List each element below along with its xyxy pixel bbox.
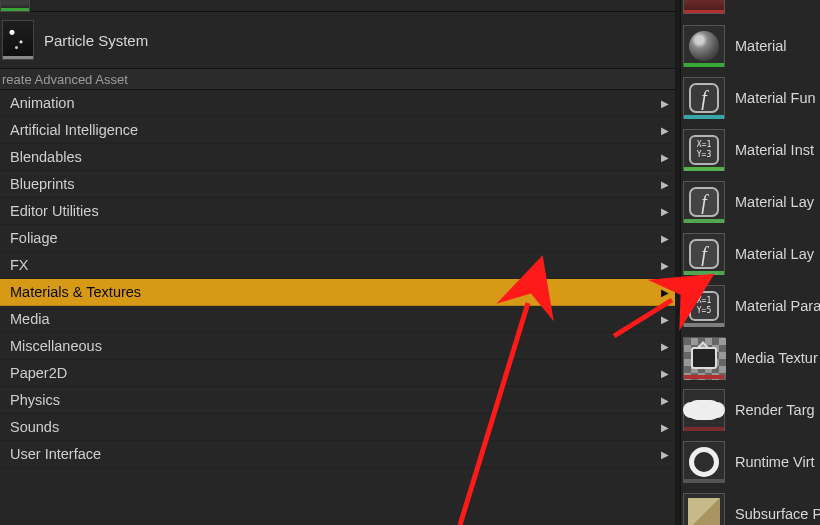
category-foliage[interactable]: Foliage▶: [0, 225, 675, 252]
basic-asset-label: Particle System: [44, 32, 148, 49]
chevron-right-icon: ▶: [661, 422, 669, 433]
chevron-right-icon: ▶: [661, 233, 669, 244]
submenu-label: Subsurface P: [735, 506, 820, 522]
particles-icon: [2, 20, 34, 60]
category-physics[interactable]: Physics▶: [0, 387, 675, 414]
category-label: Media: [10, 311, 50, 327]
submenu-item-material-inst-2[interactable]: X=1Y=3Material Inst: [681, 124, 820, 176]
category-materials-textures[interactable]: Materials & Textures▶: [0, 279, 675, 306]
submenu-label: Material Inst: [735, 142, 814, 158]
cloud-icon: [683, 389, 725, 431]
fn-icon: f: [683, 77, 725, 119]
chevron-right-icon: ▶: [661, 179, 669, 190]
chevron-right-icon: ▶: [661, 206, 669, 217]
category-label: Physics: [10, 392, 60, 408]
chevron-right-icon: ▶: [661, 260, 669, 271]
category-label: Blendables: [10, 149, 82, 165]
category-label: Miscellaneous: [10, 338, 102, 354]
create-asset-menu: Particle System reate Advanced Asset Ani…: [0, 0, 675, 525]
category-label: Animation: [10, 95, 74, 111]
category-label: FX: [10, 257, 29, 273]
submenu-label: Material Lay: [735, 246, 814, 262]
submenu-item-material-0[interactable]: Material: [681, 20, 820, 72]
submenu-label: Material Para: [735, 298, 820, 314]
category-media[interactable]: Media▶: [0, 306, 675, 333]
submenu-label: Material: [735, 38, 787, 54]
category-label: Foliage: [10, 230, 58, 246]
submenu-item-material-fun-1[interactable]: fMaterial Fun: [681, 72, 820, 124]
submenu-label: Media Textur: [735, 350, 818, 366]
tv-icon: [683, 337, 725, 379]
category-artificial-intelligence[interactable]: Artificial Intelligence▶: [0, 117, 675, 144]
category-fx[interactable]: FX▶: [0, 252, 675, 279]
chevron-right-icon: ▶: [661, 395, 669, 406]
xy13-icon: X=1Y=3: [683, 129, 725, 171]
category-paper2d[interactable]: Paper2D▶: [0, 360, 675, 387]
category-animation[interactable]: Animation▶: [0, 90, 675, 117]
chevron-right-icon: ▶: [661, 368, 669, 379]
submenu-item-material-lay-3[interactable]: fMaterial Lay: [681, 176, 820, 228]
submenu-item-material-lay-4[interactable]: fMaterial Lay: [681, 228, 820, 280]
category-sounds[interactable]: Sounds▶: [0, 414, 675, 441]
category-label: Blueprints: [10, 176, 74, 192]
category-label: Paper2D: [10, 365, 67, 381]
chevron-right-icon: ▶: [661, 287, 669, 298]
submenu-label: Material Lay: [735, 194, 814, 210]
chevron-right-icon: ▶: [661, 152, 669, 163]
ring-icon: [683, 441, 725, 483]
materials-submenu: MaterialfMaterial FunX=1Y=3Material Inst…: [680, 0, 820, 525]
submenu-label: Material Fun: [735, 90, 816, 106]
category-label: Artificial Intelligence: [10, 122, 138, 138]
category-label: Editor Utilities: [10, 203, 99, 219]
category-user-interface[interactable]: User Interface▶: [0, 441, 675, 468]
fnvar-icon: f: [683, 181, 725, 223]
category-editor-utilities[interactable]: Editor Utilities▶: [0, 198, 675, 225]
chevron-right-icon: ▶: [661, 125, 669, 136]
submenu-item-render-targ-7[interactable]: Render Targ: [681, 384, 820, 436]
fnvar-icon: f: [683, 233, 725, 275]
basic-asset-particle-system[interactable]: Particle System: [0, 12, 675, 68]
chevron-right-icon: ▶: [661, 98, 669, 109]
submenu-item-runtime-virt-8[interactable]: Runtime Virt: [681, 436, 820, 488]
submenu-item-media-textur-6[interactable]: Media Textur: [681, 332, 820, 384]
category-label: Materials & Textures: [10, 284, 141, 300]
submenu-item-subsurface-p-9[interactable]: Subsurface P: [681, 488, 820, 525]
advanced-category-list: Animation▶Artificial Intelligence▶Blenda…: [0, 90, 675, 468]
submenu-item-material-para-5[interactable]: X=1Y=5Material Para: [681, 280, 820, 332]
prev-item-stub: [0, 0, 675, 12]
section-header-advanced: reate Advanced Asset: [0, 68, 675, 90]
sphere-icon: [683, 25, 725, 67]
submenu-label: Render Targ: [735, 402, 815, 418]
chevron-right-icon: ▶: [661, 449, 669, 460]
category-label: Sounds: [10, 419, 59, 435]
prev-subitem-stub: [681, 0, 820, 14]
chevron-right-icon: ▶: [661, 314, 669, 325]
category-blueprints[interactable]: Blueprints▶: [0, 171, 675, 198]
submenu-label: Runtime Virt: [735, 454, 815, 470]
xy15-icon: X=1Y=5: [683, 285, 725, 327]
category-blendables[interactable]: Blendables▶: [0, 144, 675, 171]
category-label: User Interface: [10, 446, 101, 462]
fold-icon: [683, 493, 725, 525]
category-miscellaneous[interactable]: Miscellaneous▶: [0, 333, 675, 360]
chevron-right-icon: ▶: [661, 341, 669, 352]
